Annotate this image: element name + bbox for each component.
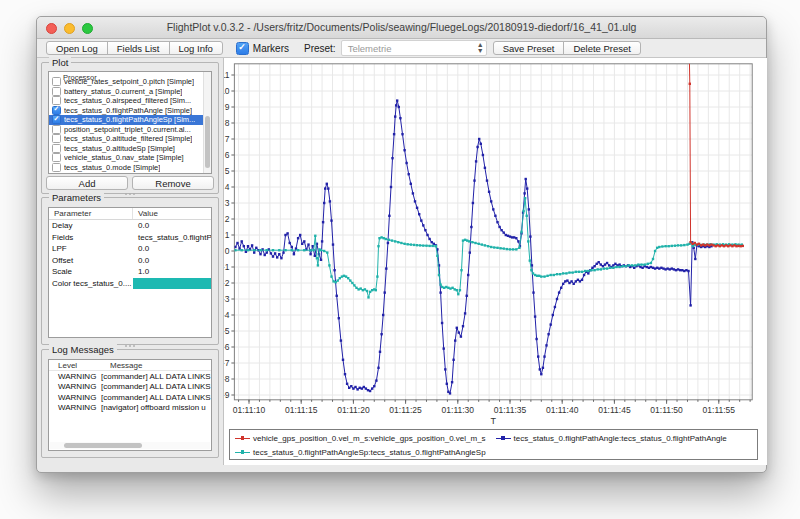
- window-controls: [46, 23, 93, 34]
- level-column-header[interactable]: Level: [49, 361, 101, 370]
- markers-checkbox[interactable]: [236, 42, 249, 55]
- svg-text:01:11:40: 01:11:40: [546, 405, 579, 415]
- processor-list[interactable]: Processor vehicle_rates_setpoint_0.pitch…: [48, 71, 212, 174]
- value-column-header[interactable]: Value: [133, 208, 211, 219]
- plot-panel-title: Plot: [49, 57, 71, 68]
- svg-text:01:11:15: 01:11:15: [285, 405, 318, 415]
- row-checkbox[interactable]: [52, 144, 61, 153]
- row-checkbox[interactable]: [52, 77, 61, 86]
- row-checkbox[interactable]: [52, 96, 61, 105]
- zoom-button[interactable]: [82, 23, 93, 34]
- row-checkbox[interactable]: [52, 115, 61, 124]
- chart-plot[interactable]: 01:11:1001:11:1501:11:2001:11:2501:11:30…: [224, 58, 767, 428]
- svg-text:2: 2: [225, 214, 230, 224]
- log-info-button[interactable]: Log Info: [169, 41, 223, 55]
- log-level: WARNING: [49, 403, 101, 412]
- parameter-value: 1.0: [133, 267, 211, 276]
- plot-list-scrollbar[interactable]: [203, 72, 211, 173]
- delete-preset-button[interactable]: Delete Preset: [563, 41, 641, 55]
- log-message-row[interactable]: WARNING[commander] ALL DATA LINKS: [49, 371, 211, 382]
- parameter-row[interactable]: Scale1.0: [49, 266, 211, 278]
- svg-text:10: 10: [224, 86, 230, 96]
- color-swatch: [133, 278, 211, 290]
- legend-marker-icon: [235, 435, 250, 442]
- plot-item-label: tecs_status_0.mode [Simple]: [64, 163, 160, 172]
- log-message-row[interactable]: WARNING[navigator] offboard mission u: [49, 403, 211, 414]
- log-messages-table[interactable]: Level Message WARNING[commander] ALL DAT…: [48, 359, 212, 451]
- plot-list-item[interactable]: vehicle_status_0.nav_state [Simple]: [49, 153, 211, 163]
- legend-row: vehicle_gps_position_0.vel_m_s:vehicle_g…: [235, 431, 752, 445]
- add-button[interactable]: Add: [46, 176, 128, 190]
- log-message: [commander] ALL DATA LINKS: [101, 382, 211, 391]
- log-message-row[interactable]: WARNING[commander] ALL DATA LINKS: [49, 392, 211, 403]
- plot-list-item[interactable]: vehicle_rates_setpoint_0.pitch [Simple]: [49, 77, 211, 87]
- parameters-panel-title: Parameters: [49, 192, 104, 203]
- svg-text:11: 11: [224, 70, 230, 80]
- parameter-row[interactable]: Fieldstecs_status_0.flightP...: [49, 232, 211, 244]
- log-level: WARNING: [49, 372, 101, 381]
- plot-item-label: tecs_status_0.altitude_filtered [Simple]: [64, 134, 192, 143]
- fields-list-button[interactable]: Fields List: [107, 41, 170, 55]
- parameter-row[interactable]: Color tecs_status_0....: [49, 278, 211, 290]
- scrollbar-thumb[interactable]: [64, 443, 142, 448]
- plot-item-label: vehicle_status_0.nav_state [Simple]: [64, 153, 184, 162]
- plot-list-item[interactable]: tecs_status_0.mode [Simple]: [49, 163, 211, 173]
- parameter-value: tecs_status_0.flightP...: [133, 233, 211, 242]
- parameter-row[interactable]: Offset0.0: [49, 255, 211, 267]
- legend-label: tecs_status_0.flightPathAngle:tecs_statu…: [514, 434, 727, 443]
- plot-list-item[interactable]: tecs_status_0.airspeed_filtered [Sim...: [49, 96, 211, 106]
- row-checkbox[interactable]: [52, 106, 61, 115]
- plot-list-item[interactable]: position_setpoint_triplet_0.current.al..…: [49, 125, 211, 135]
- svg-text:8: 8: [225, 118, 230, 128]
- row-checkbox[interactable]: [52, 163, 61, 172]
- markers-label: Markers: [253, 43, 289, 54]
- plot-list-item[interactable]: battery_status_0.current_a [Simple]: [49, 87, 211, 97]
- row-checkbox[interactable]: [52, 134, 61, 143]
- main-content: Plot Processor vehicle_rates_setpoint_0.…: [37, 58, 766, 472]
- plot-list-item[interactable]: tecs_status_0.altitude_filtered [Simple]: [49, 134, 211, 144]
- stepper-icon[interactable]: ▲▼: [477, 42, 484, 54]
- preset-label: Preset:: [304, 43, 336, 54]
- log-message-row[interactable]: WARNING[commander] ALL DATA LINKS: [49, 382, 211, 393]
- parameter-name: LPF: [49, 244, 133, 253]
- svg-text:-5: -5: [224, 326, 230, 336]
- message-column-header[interactable]: Message: [101, 361, 211, 370]
- log-messages-title: Log Messages: [49, 344, 117, 355]
- save-preset-button[interactable]: Save Preset: [493, 41, 565, 55]
- parameter-name: Offset: [49, 256, 133, 265]
- splitter-handle[interactable]: [117, 192, 143, 196]
- parameter-name: Scale: [49, 267, 133, 276]
- log-horizontal-scrollbar[interactable]: [50, 442, 210, 449]
- parameter-column-header[interactable]: Parameter: [49, 208, 133, 219]
- plot-list-item[interactable]: tecs_status_0.flightPathAngleSp [Sim...: [49, 115, 211, 125]
- scrollbar-thumb[interactable]: [205, 116, 210, 168]
- parameters-table[interactable]: Parameter Value Delay0.0Fieldstecs_statu…: [48, 207, 212, 338]
- close-button[interactable]: [46, 23, 57, 34]
- plot-item-label: tecs_status_0.airspeed_filtered [Sim...: [64, 96, 191, 105]
- preset-combobox[interactable]: Telemetrie ▲▼: [341, 40, 487, 56]
- splitter-handle[interactable]: [117, 344, 143, 348]
- log-messages-panel: Log Messages Level Message WARNING[comma…: [41, 349, 219, 458]
- row-checkbox[interactable]: [52, 87, 61, 96]
- plot-panel: Plot Processor vehicle_rates_setpoint_0.…: [41, 62, 219, 194]
- remove-button[interactable]: Remove: [132, 176, 214, 190]
- svg-text:-7: -7: [224, 358, 230, 368]
- plot-item-label: tecs_status_0.flightPathAngleSp [Sim...: [64, 115, 195, 124]
- plot-item-label: tecs_status_0.flightPathAngle [Simple]: [64, 106, 192, 115]
- row-checkbox[interactable]: [52, 153, 61, 162]
- left-panel: Plot Processor vehicle_rates_setpoint_0.…: [37, 58, 223, 472]
- title-bar[interactable]: FlightPlot v.0.3.2 - /Users/fritz/Docume…: [37, 17, 766, 39]
- parameter-row[interactable]: LPF0.0: [49, 243, 211, 255]
- parameter-row[interactable]: Delay0.0: [49, 220, 211, 232]
- plot-item-label: position_setpoint_triplet_0.current.al..…: [64, 125, 191, 134]
- minimize-button[interactable]: [64, 23, 75, 34]
- plot-list-item[interactable]: tecs_status_0.flightPathAngle [Simple]: [49, 106, 211, 116]
- log-level: WARNING: [49, 382, 101, 391]
- svg-text:3: 3: [225, 198, 230, 208]
- svg-text:01:11:25: 01:11:25: [389, 405, 422, 415]
- svg-text:6: 6: [225, 150, 230, 160]
- plot-list-item[interactable]: tecs_status_0.altitudeSp [Simple]: [49, 144, 211, 154]
- svg-text:7: 7: [225, 134, 230, 144]
- open-log-button[interactable]: Open Log: [46, 41, 108, 55]
- row-checkbox[interactable]: [52, 125, 61, 134]
